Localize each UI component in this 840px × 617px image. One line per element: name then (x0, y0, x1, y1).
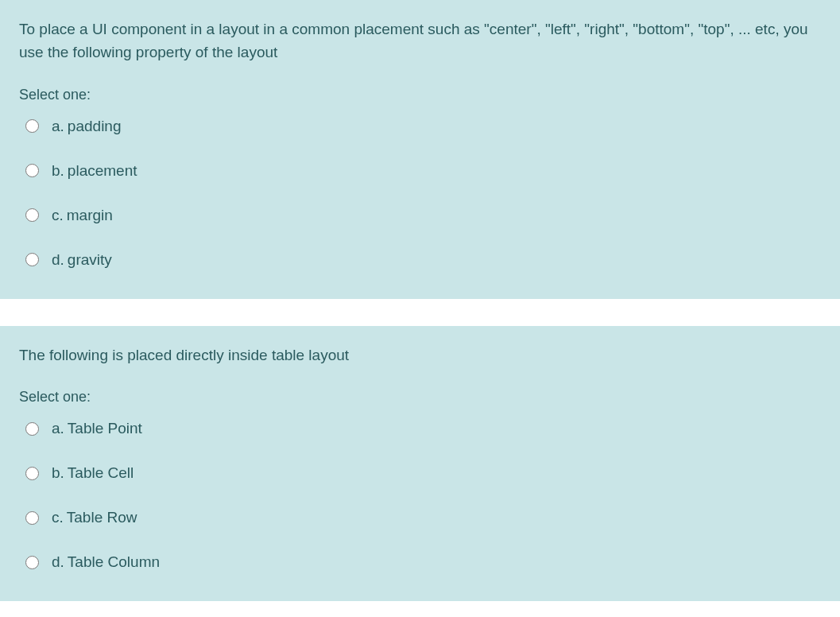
option-letter: c. (52, 509, 64, 526)
option-text: padding (68, 118, 122, 134)
option-text: margin (67, 207, 113, 223)
radio-option-b[interactable] (25, 467, 39, 480)
option-b[interactable]: b.Table Cell (19, 458, 821, 488)
option-text: Table Point (68, 420, 142, 437)
option-label: b.Table Cell (52, 464, 134, 482)
option-label: a.padding (52, 118, 121, 135)
option-letter: a. (52, 118, 64, 134)
option-letter: c. (52, 207, 64, 223)
select-one-prompt: Select one: (19, 389, 821, 406)
option-a[interactable]: a.padding (19, 111, 821, 142)
select-one-prompt: Select one: (19, 87, 821, 103)
option-label: b.placement (52, 162, 137, 180)
radio-option-a[interactable] (25, 422, 39, 436)
option-a[interactable]: a.Table Point (19, 413, 821, 444)
option-text: placement (68, 162, 137, 179)
radio-option-c[interactable] (25, 511, 39, 525)
option-letter: b. (52, 464, 64, 481)
option-letter: b. (52, 162, 64, 179)
option-d[interactable]: d.gravity (19, 245, 821, 275)
option-text: gravity (68, 251, 112, 268)
option-d[interactable]: d.Table Column (19, 547, 821, 577)
option-text: Table Cell (68, 464, 134, 481)
option-label: d.Table Column (52, 553, 160, 571)
option-label: c.Table Row (52, 509, 137, 526)
option-c[interactable]: c.Table Row (19, 503, 821, 533)
option-letter: a. (52, 420, 64, 437)
question-block-1: To place a UI component in a layout in a… (0, 0, 840, 299)
radio-option-c[interactable] (25, 208, 39, 222)
radio-option-b[interactable] (25, 164, 39, 177)
option-text: Table Row (67, 509, 137, 526)
option-text: Table Column (68, 553, 160, 570)
radio-option-d[interactable] (25, 556, 39, 569)
option-b[interactable]: b.placement (19, 156, 821, 186)
question-text: To place a UI component in a layout in a… (19, 17, 821, 64)
option-letter: d. (52, 553, 64, 570)
option-label: d.gravity (52, 251, 112, 269)
option-letter: d. (52, 251, 64, 268)
block-separator (0, 299, 840, 326)
option-label: c.margin (52, 207, 113, 224)
option-c[interactable]: c.margin (19, 200, 821, 231)
option-label: a.Table Point (52, 420, 142, 437)
radio-option-a[interactable] (25, 119, 39, 133)
radio-option-d[interactable] (25, 253, 39, 266)
question-block-2: The following is placed directly inside … (0, 326, 840, 601)
question-text: The following is placed directly inside … (19, 343, 821, 367)
